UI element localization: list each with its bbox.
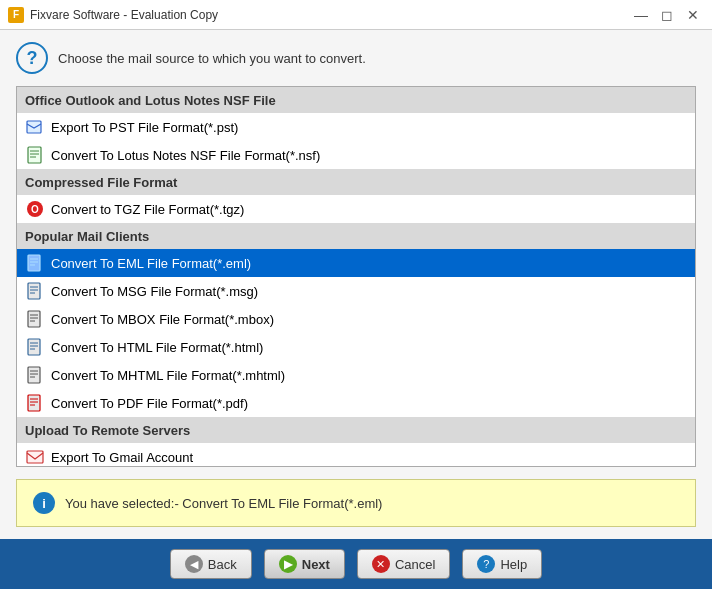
item-icon [25,338,45,356]
item-label: Convert To Lotus Notes NSF File Format(*… [51,148,320,163]
svg-rect-15 [28,311,40,327]
cancel-button[interactable]: ✕ Cancel [357,549,450,579]
group-header-label: Compressed File Format [25,175,177,190]
list-item[interactable]: Office Outlook and Lotus Notes NSF File [17,87,695,113]
list-item[interactable]: Convert To MHTML File Format(*.mhtml) [17,361,695,389]
item-icon [25,254,45,272]
list-item[interactable]: Convert To EML File Format(*.eml) [17,249,695,277]
svg-rect-23 [28,367,40,383]
status-box: i You have selected:- Convert To EML Fil… [16,479,696,527]
item-label: Export To Gmail Account [51,450,193,465]
cancel-label: Cancel [395,557,435,572]
back-button[interactable]: ◀ Back [170,549,252,579]
list-item[interactable]: O Convert to TGZ File Format(*.tgz) [17,195,695,223]
window-title: Fixvare Software - Evaluation Copy [30,8,218,22]
header-text: Choose the mail source to which you want… [58,51,366,66]
status-text: You have selected:- Convert To EML File … [65,496,382,511]
item-icon [25,366,45,384]
svg-rect-7 [28,255,40,271]
next-icon: ▶ [279,555,297,573]
list-item[interactable]: Convert To Lotus Notes NSF File Format(*… [17,141,695,169]
item-icon [25,118,45,136]
help-button[interactable]: ? Help [462,549,542,579]
question-icon: ? [16,42,48,74]
svg-rect-27 [28,395,40,411]
item-label: Convert To MSG File Format(*.msg) [51,284,258,299]
svg-rect-19 [28,339,40,355]
svg-rect-0 [27,121,41,133]
svg-rect-31 [27,451,43,463]
list-item[interactable]: Popular Mail Clients [17,223,695,249]
next-button[interactable]: ▶ Next [264,549,345,579]
item-icon [25,394,45,412]
header-row: ? Choose the mail source to which you wa… [16,42,696,74]
svg-rect-1 [28,147,41,163]
back-icon: ◀ [185,555,203,573]
title-bar: F Fixvare Software - Evaluation Copy — ◻… [0,0,712,30]
item-label: Export To PST File Format(*.pst) [51,120,238,135]
item-icon: O [25,200,45,218]
svg-rect-11 [28,283,40,299]
help-icon: ? [477,555,495,573]
list-item[interactable]: Convert To PDF File Format(*.pdf) [17,389,695,417]
item-icon [25,146,45,164]
format-list[interactable]: Office Outlook and Lotus Notes NSF File … [16,86,696,467]
app-icon: F [8,7,24,23]
item-icon [25,310,45,328]
list-item[interactable]: Upload To Remote Servers [17,417,695,443]
group-header-label: Office Outlook and Lotus Notes NSF File [25,93,276,108]
item-icon [25,282,45,300]
close-button[interactable]: ✕ [682,4,704,26]
back-label: Back [208,557,237,572]
item-label: Convert To EML File Format(*.eml) [51,256,251,271]
main-content: ? Choose the mail source to which you wa… [0,30,712,539]
help-label: Help [500,557,527,572]
list-item[interactable]: Compressed File Format [17,169,695,195]
list-item[interactable]: Convert To HTML File Format(*.html) [17,333,695,361]
item-label: Convert To MBOX File Format(*.mbox) [51,312,274,327]
list-item[interactable]: Convert To MSG File Format(*.msg) [17,277,695,305]
status-info-icon: i [33,492,55,514]
minimize-button[interactable]: — [630,4,652,26]
list-item[interactable]: Export To Gmail Account [17,443,695,467]
item-label: Convert to TGZ File Format(*.tgz) [51,202,244,217]
footer-bar: ◀ Back ▶ Next ✕ Cancel ? Help [0,539,712,589]
item-label: Convert To MHTML File Format(*.mhtml) [51,368,285,383]
item-icon [25,448,45,466]
item-label: Convert To HTML File Format(*.html) [51,340,263,355]
item-label: Convert To PDF File Format(*.pdf) [51,396,248,411]
list-item[interactable]: Convert To MBOX File Format(*.mbox) [17,305,695,333]
list-item[interactable]: Export To PST File Format(*.pst) [17,113,695,141]
window-controls: — ◻ ✕ [630,4,704,26]
next-label: Next [302,557,330,572]
group-header-label: Upload To Remote Servers [25,423,190,438]
maximize-button[interactable]: ◻ [656,4,678,26]
group-header-label: Popular Mail Clients [25,229,149,244]
svg-text:O: O [31,204,39,215]
cancel-icon: ✕ [372,555,390,573]
